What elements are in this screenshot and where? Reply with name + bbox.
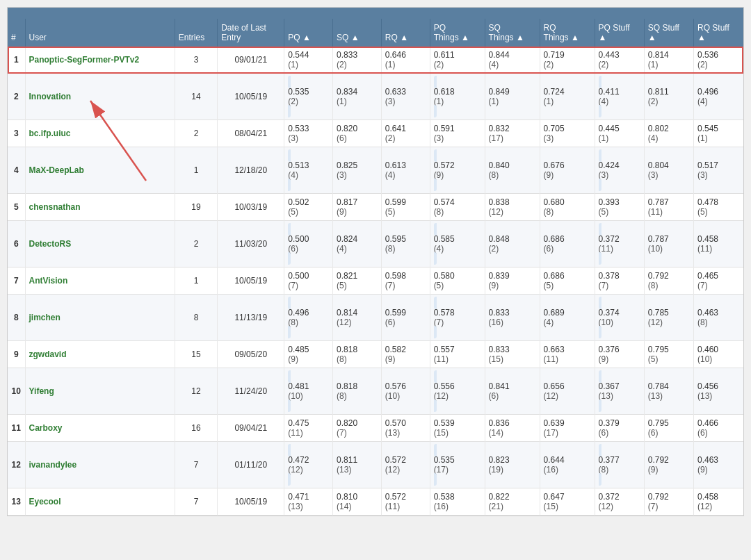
- score-value: 0.833: [489, 308, 536, 318]
- score-cell-pq_things: 0.557(11): [430, 341, 485, 368]
- score-rank: (4): [385, 170, 426, 180]
- score-value: 0.840: [489, 160, 536, 170]
- col-pq-things[interactable]: PQThings ▲: [430, 19, 485, 47]
- score-cell-pq: 0.535(2): [284, 74, 333, 120]
- score-value: 0.841: [489, 381, 536, 391]
- score-value: 0.599: [385, 308, 426, 318]
- date-cell: 09/04/21: [218, 415, 284, 442]
- table-row: 2Innovation1410/05/190.535(2)0.834(1)0.6…: [8, 74, 743, 120]
- score-cell-sq_things: 0.838(12): [485, 194, 540, 221]
- col-pq[interactable]: PQ ▲: [284, 19, 333, 47]
- table-row: 12ivanandylee701/11/200.472(12)0.811(13)…: [8, 442, 743, 488]
- score-value: 0.591: [434, 124, 481, 133]
- score-value: 0.539: [434, 418, 481, 428]
- score-cell-rq_things: 0.639(17): [540, 415, 595, 442]
- entries-cell: 1: [175, 147, 217, 194]
- score-rank: (12): [599, 502, 640, 511]
- score-cell-sq: 0.833(2): [333, 47, 382, 74]
- score-value: 0.535: [434, 455, 481, 465]
- score-value: 0.377: [599, 455, 640, 465]
- col-pq-stuff[interactable]: PQ Stuff▲: [595, 19, 644, 47]
- col-rq-things[interactable]: RQThings ▲: [540, 19, 595, 47]
- score-cell-rq_stuff: 0.466(6): [694, 415, 744, 442]
- score-rank: (8): [697, 318, 740, 327]
- score-rank: (7): [288, 281, 329, 290]
- rank-cell: 9: [8, 341, 25, 368]
- rank-cell: 2: [8, 74, 25, 120]
- score-cell-sq_stuff: 0.804(3): [644, 147, 693, 194]
- score-rank: (4): [599, 97, 640, 106]
- score-rank: (9): [544, 170, 591, 180]
- rank-cell: 12: [8, 442, 25, 488]
- date-cell: 09/05/20: [218, 341, 284, 368]
- score-cell-rq_things: 0.719(2): [540, 47, 595, 74]
- score-value: 0.810: [337, 492, 378, 502]
- score-rank: (12): [648, 318, 690, 327]
- score-cell-rq_things: 0.676(9): [540, 147, 595, 194]
- score-cell-rq: 0.599(5): [381, 194, 430, 221]
- results-table: # User Entries Date of LastEntry PQ ▲ SQ…: [8, 19, 743, 516]
- score-rank: (12): [385, 465, 426, 475]
- entries-cell: 1: [175, 267, 217, 295]
- score-rank: (4): [434, 244, 481, 254]
- score-cell-sq_stuff: 0.792(8): [644, 267, 693, 295]
- score-value: 0.443: [599, 50, 640, 60]
- score-value: 0.836: [489, 418, 536, 428]
- score-cell-rq_things: 0.644(16): [540, 442, 595, 488]
- table-row: 3bc.ifp.uiuc208/04/210.533(3)0.820(6)0.6…: [8, 120, 743, 147]
- score-cell-sq_things: 0.844(4): [485, 47, 540, 74]
- user-cell[interactable]: Panoptic-SegFormer-PVTv2: [25, 47, 175, 74]
- score-rank: (8): [648, 281, 690, 290]
- score-cell-sq_stuff: 0.795(5): [644, 341, 693, 368]
- score-rank: (13): [697, 391, 740, 401]
- col-rq-stuff[interactable]: RQ Stuff▲: [694, 19, 744, 47]
- score-value: 0.633: [385, 87, 426, 97]
- score-cell-sq_stuff: 0.811(2): [644, 74, 693, 120]
- score-rank: (10): [697, 354, 740, 364]
- score-rank: (1): [434, 97, 481, 106]
- table-row: 9zgwdavid1509/05/200.485(9)0.818(8)0.582…: [8, 341, 743, 368]
- score-rank: (5): [599, 207, 640, 217]
- col-rq[interactable]: RQ ▲: [381, 19, 430, 47]
- score-cell-sq_things: 0.832(17): [485, 120, 540, 147]
- score-rank: (5): [337, 281, 378, 290]
- col-sq-things[interactable]: SQThings ▲: [485, 19, 540, 47]
- score-value: 0.460: [697, 345, 740, 354]
- score-rank: (13): [599, 391, 640, 401]
- score-rank: (6): [599, 428, 640, 438]
- score-rank: (5): [544, 281, 591, 290]
- user-cell: MaX-DeepLab: [25, 147, 175, 194]
- score-rank: (6): [544, 244, 591, 254]
- score-cell-rq_stuff: 0.458(11): [694, 221, 744, 267]
- score-value: 0.576: [385, 381, 426, 391]
- table-row: 10Yifeng1211/24/200.481(10)0.818(8)0.576…: [8, 368, 743, 415]
- score-value: 0.424: [599, 160, 640, 170]
- col-sq[interactable]: SQ ▲: [333, 19, 382, 47]
- score-cell-rq: 0.582(9): [381, 341, 430, 368]
- score-rank: (9): [697, 465, 740, 475]
- score-value: 0.533: [288, 124, 329, 133]
- score-cell-sq_stuff: 0.785(12): [644, 295, 693, 341]
- score-value: 0.582: [385, 345, 426, 354]
- rank-cell: 11: [8, 415, 25, 442]
- score-rank: (1): [697, 133, 740, 143]
- entries-cell: 7: [175, 442, 217, 488]
- user-cell[interactable]: Innovation: [25, 74, 175, 120]
- score-value: 0.471: [288, 492, 329, 502]
- user-cell[interactable]: bc.ifp.uiuc: [25, 120, 175, 147]
- score-cell-pq: 0.513(4): [284, 147, 333, 194]
- score-cell-rq_things: 0.663(11): [540, 341, 595, 368]
- score-rank: (15): [434, 428, 481, 438]
- rank-cell: 6: [8, 221, 25, 267]
- score-rank: (6): [697, 428, 740, 438]
- score-rank: (13): [385, 428, 426, 438]
- score-value: 0.644: [544, 455, 591, 465]
- score-cell-rq: 0.641(2): [381, 120, 430, 147]
- user-cell: ivanandylee: [25, 442, 175, 488]
- score-value: 0.545: [697, 124, 740, 133]
- score-value: 0.572: [385, 455, 426, 465]
- score-cell-rq_stuff: 0.517(3): [694, 147, 744, 194]
- score-rank: (5): [648, 354, 690, 364]
- score-value: 0.378: [599, 271, 640, 281]
- col-sq-stuff[interactable]: SQ Stuff▲: [644, 19, 693, 47]
